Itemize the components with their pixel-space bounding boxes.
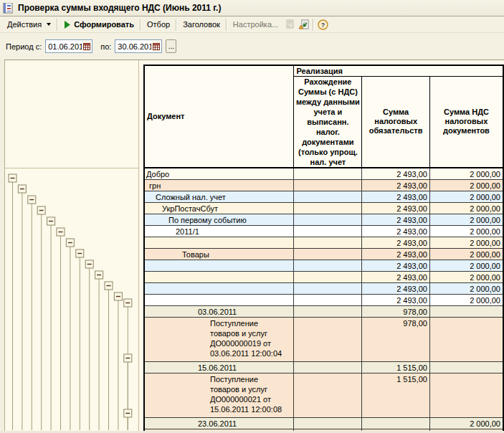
vat-documents-cell: 2 000,00 [429, 191, 503, 202]
restore-values-button[interactable] [297, 17, 311, 32]
generate-label: Сформировать [74, 20, 134, 29]
table-row: Товары2 493,002 000,00 [144, 248, 503, 260]
tax-liabilities-cell: 2 493,00 [362, 237, 430, 248]
collapse-button[interactable] [47, 217, 55, 225]
tax-liabilities-cell: 978,00 [362, 305, 430, 317]
header-button[interactable]: Заголовок [179, 18, 224, 31]
save-settings-button[interactable] [282, 17, 297, 32]
report-icon [3, 3, 14, 14]
table-row: Поступлениетоваров и услугДО000000019 от… [144, 317, 503, 361]
discrepancy-cell [294, 168, 362, 180]
column-header-tax-liabilities: Сумма налоговых обязательств [362, 76, 430, 168]
discrepancy-cell [294, 202, 362, 214]
calendar-icon [83, 43, 90, 50]
table-row: Сложный нал. учет2 493,002 000,00 [144, 191, 503, 202]
generate-button[interactable]: Сформировать [60, 18, 138, 31]
vat-documents-cell: 2 000,00 [429, 294, 503, 305]
settings-button[interactable]: Настройка... [229, 18, 282, 31]
period-to-calendar-button[interactable] [151, 41, 161, 52]
document-cell [144, 271, 294, 282]
collapse-button[interactable] [66, 239, 74, 247]
column-header-group-realization: Реализация [294, 65, 503, 76]
filter-label: Отбор [147, 20, 170, 29]
column-header-vat-documents: Сумма НДС налоговых документов [429, 76, 503, 168]
document-cell: 23.06.2011 [144, 417, 294, 429]
chevron-down-icon [47, 23, 51, 26]
discrepancy-cell [294, 417, 362, 429]
discrepancy-cell [294, 282, 362, 294]
collapse-button[interactable] [18, 185, 26, 193]
table-row: Добро2 493,002 000,00 [144, 168, 503, 180]
report-area: Документ Реализация Рахождение Суммы (с … [4, 60, 504, 431]
collapse-button[interactable] [124, 354, 132, 362]
tax-liabilities-cell: 978,00 [362, 317, 430, 361]
report-table-body: Добро2 493,002 000,00грн2 493,002 000,00… [144, 168, 503, 432]
play-icon [64, 21, 70, 29]
actions-button[interactable]: Действия [3, 18, 55, 31]
report-table: Документ Реализация Рахождение Суммы (с … [143, 65, 504, 431]
vat-documents-cell: 2 000,00 [429, 179, 503, 191]
discrepancy-cell [294, 260, 362, 271]
toolbar-separator [57, 19, 58, 31]
collapse-button[interactable] [85, 260, 93, 268]
collapse-button[interactable] [105, 282, 113, 290]
discrepancy-cell [294, 271, 362, 282]
discrepancy-cell [294, 237, 362, 248]
toolbar-separator [313, 19, 314, 31]
tax-liabilities-cell: 2 493,00 [362, 260, 430, 271]
document-cell: грн [144, 179, 294, 191]
vat-documents-cell: 2 000,00 [429, 271, 503, 282]
table-row: 2 493,002 000,00 [144, 282, 503, 294]
save-settings-icon [285, 19, 295, 29]
document-cell [144, 294, 294, 305]
table-row: 2 493,002 000,00 [144, 294, 503, 305]
document-cell: Сложный нал. учет [144, 191, 294, 202]
toolbar-separator [140, 19, 141, 31]
help-button[interactable]: ? [315, 17, 330, 32]
toolbar: Действия Сформировать Отбор Заголовок На… [0, 16, 504, 33]
collapse-button[interactable] [9, 174, 16, 182]
svg-text:?: ? [320, 22, 325, 29]
tax-liabilities-cell: 2 493,00 [362, 271, 430, 282]
vat-documents-cell: 2 000,00 [429, 248, 503, 260]
document-cell: УкрПостачСбут [144, 202, 294, 214]
period-from-calendar-button[interactable] [82, 41, 91, 52]
column-header-discrepancy: Рахождение Суммы (с НДС) между данными у… [294, 76, 362, 168]
table-row: 2 493,002 000,00 [144, 237, 503, 248]
collapse-button[interactable] [37, 206, 45, 214]
tax-liabilities-cell: 2 493,00 [362, 294, 430, 305]
grouping-tree [5, 60, 143, 431]
period-to-label: по: [100, 42, 111, 51]
tax-liabilities-cell: 2 493,00 [362, 248, 430, 260]
collapse-button[interactable] [76, 249, 84, 257]
vat-documents-cell: 2 000,00 [429, 225, 503, 237]
document-cell: Поступлениетоваров и услугДО000000019 от… [144, 317, 294, 361]
collapse-button[interactable] [124, 409, 132, 417]
discrepancy-cell [294, 305, 362, 317]
document-cell [144, 282, 294, 294]
tax-liabilities-cell: 2 493,00 [362, 168, 430, 180]
filter-button[interactable]: Отбор [143, 18, 174, 31]
table-row: 15.06.20111 515,00 [144, 361, 503, 373]
collapse-button[interactable] [95, 271, 103, 279]
window-titlebar: Проверка суммы входящего НДС (Июнь 2011 … [0, 0, 504, 16]
document-cell: По первому событию [144, 214, 294, 225]
collapse-button[interactable] [124, 299, 132, 307]
collapse-button[interactable] [28, 196, 36, 204]
document-cell: Добро [144, 168, 294, 180]
vat-documents-cell: 2 000,00 [429, 260, 503, 271]
settings-label: Настройка... [233, 20, 278, 29]
collapse-button[interactable] [57, 228, 65, 236]
tax-liabilities-cell [362, 417, 430, 429]
period-from-field [45, 39, 92, 53]
period-more-button[interactable]: ... [166, 39, 176, 53]
collapse-button[interactable] [114, 292, 122, 300]
table-row: По первому событию2 493,002 000,00 [144, 214, 503, 225]
vat-documents-cell: 2 000,00 [429, 417, 503, 429]
document-cell: 2011/1 [144, 225, 294, 237]
table-row: 2011/12 493,002 000,00 [144, 225, 503, 237]
period-from-label: Период с: [6, 42, 42, 51]
tax-liabilities-cell: 2 493,00 [362, 282, 430, 294]
tax-liabilities-cell: 1 515,00 [362, 361, 430, 373]
table-row: 03.06.2011978,00 [144, 305, 503, 317]
